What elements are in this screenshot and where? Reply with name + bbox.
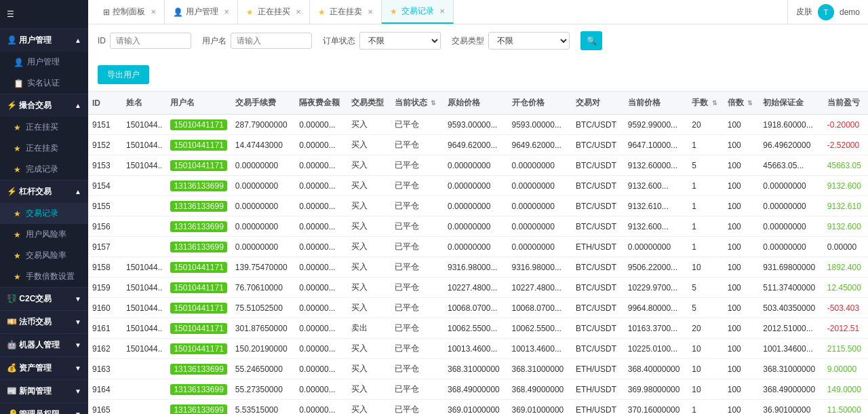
cell-user[interactable]: 15010441171 [166,339,231,359]
filter-username-input[interactable] [231,33,312,49]
sidebar-item-trade-records[interactable]: ★ 交易记录 [0,203,88,224]
username-badge[interactable]: 13136133699 [170,181,226,191]
sidebar-section-title-match-trade[interactable]: ⚡ 撮合交易▲ [0,94,88,117]
cell-id: 9156 [88,217,122,237]
col-header-mult[interactable]: 倍数 ⇅ [724,92,760,115]
username-badge[interactable]: 13136133699 [170,364,226,375]
cell-user[interactable]: 15010441171 [166,318,231,339]
tab-trade-records[interactable]: ★ 交易记录 ✕ [382,0,454,24]
cell-user[interactable]: 15010441171 [166,278,231,298]
cell-fee: 76.70610000 [231,278,296,298]
cell-pair: BTC/USDT [572,115,624,135]
tab-sell-orders[interactable]: ★ 正在挂卖 ✕ [310,0,382,24]
filter-username-group: 用户名 [202,33,312,49]
cell-user[interactable]: 13136133699 [166,176,231,196]
username-badge[interactable]: 13136133699 [170,201,226,212]
search-button[interactable]: 🔍 [580,31,602,50]
tab-dashboard-icon: ⊞ [103,7,110,17]
cell-pair: BTC/USDT [572,135,624,155]
cell-fee: 0.00000000 [231,237,296,257]
tab-dashboard-close[interactable]: ✕ [151,8,156,16]
username-badge[interactable]: 15010441171 [170,303,226,314]
tab-user-manage-label: 用户管理 [186,6,218,18]
sidebar-item-trade-risk[interactable]: ★ 交易风险率 [0,245,88,266]
cell-type: 买入 [347,115,391,135]
cell-user[interactable]: 15010441171 [166,298,231,318]
cell-overnight: 0.00000... [295,359,347,379]
table-row: 9155131361336990.000000000.00000...买入已平仓… [88,196,868,217]
username-display: demo [840,7,860,17]
tab-user-manage[interactable]: 👤 用户管理 ✕ [165,0,238,24]
sidebar-item-sell-orders[interactable]: ★ 正在挂卖 [0,138,88,159]
username-badge[interactable]: 13136133699 [170,384,226,395]
cell-type: 买入 [347,257,391,278]
tab-sell-orders-close[interactable]: ✕ [368,8,373,16]
cell-init-margin: 1001.34600... [759,339,823,359]
cell-overnight: 0.00000... [295,339,347,359]
cell-user[interactable]: 15010441171 [166,257,231,278]
cell-overnight: 0.00000... [295,379,347,400]
cell-init-margin: 511.37400000 [759,278,823,298]
menu-icon[interactable]: ☰ [7,10,14,19]
sidebar-item-user-manage[interactable]: 👤 用户管理 [0,52,88,73]
tab-buy-orders-close[interactable]: ✕ [296,8,301,16]
cell-user[interactable]: 15010441171 [166,155,231,176]
cell-user[interactable]: 15010441171 [166,135,231,155]
tab-buy-orders[interactable]: ★ 正在挂买 ✕ [238,0,310,24]
col-header-curr-price: 当前价格 [624,92,688,115]
cell-user[interactable]: 13136133699 [166,217,231,237]
username-badge[interactable]: 13136133699 [170,242,226,252]
col-header-pair: 交易对 [572,92,624,115]
username-badge[interactable]: 15010441171 [170,282,226,293]
sidebar-section-title-robot[interactable]: 🤖 机器人管理▼ [0,334,88,356]
username-badge[interactable]: 13136133699 [170,404,226,415]
skin-label[interactable]: 皮肤 [796,6,812,18]
cell-status: 已平仓 [391,176,443,196]
sidebar-section-title-user-management[interactable]: 👤 用户管理▲ [0,29,88,52]
sidebar-section-title-leverage-trade[interactable]: ⚡ 杠杆交易▲ [0,181,88,203]
tab-user-manage-close[interactable]: ✕ [224,8,229,16]
sidebar-section-title-fiat[interactable]: 💴 法币交易▼ [0,311,88,333]
sidebar-section-title-news[interactable]: 📰 新闻管理▼ [0,380,88,402]
username-badge[interactable]: 15010441171 [170,262,226,273]
col-header-lots[interactable]: 手数 ⇅ [688,92,724,115]
username-badge[interactable]: 15010441171 [170,119,226,130]
cell-overnight: 0.00000... [295,176,347,196]
username-badge[interactable]: 15010441171 [170,140,226,151]
tabs-container: ⊞ 控制面板 ✕ 👤 用户管理 ✕ ★ 正在挂买 ✕ ★ 正在挂卖 ✕ ★ 交 [95,0,454,24]
cell-curr-price: 10225.0100... [624,339,688,359]
cell-user[interactable]: 13136133699 [166,379,231,400]
cell-type: 买入 [347,359,391,379]
sidebar-item-lots-setting[interactable]: ★ 手数倍数设置 [0,266,88,287]
cell-lots: 1 [688,135,724,155]
cell-user[interactable]: 13136133699 [166,237,231,257]
sidebar-section-title-assets[interactable]: 💰 资产管理▼ [0,357,88,379]
cell-user[interactable]: 13136133699 [166,196,231,217]
cell-fee: 0.00000000 [231,217,296,237]
cell-user[interactable]: 15010441171 [166,115,231,135]
sidebar-section-c2c: 💱 C2C交易▼ [0,288,88,311]
username-badge[interactable]: 15010441171 [170,343,226,354]
filter-trade-type-select[interactable]: 不限 [488,32,570,50]
cell-user[interactable]: 13136133699 [166,359,231,379]
sidebar-item-user-risk[interactable]: ★ 用户风险率 [0,224,88,245]
cell-pnl: 9132.600 [823,176,868,196]
sidebar-section-title-admin[interactable]: 🔑 管理员权限▼ [0,403,88,414]
export-button[interactable]: 导出用户 [98,65,149,84]
cell-name: 1501044.. [122,257,166,278]
sidebar-item-complete-records[interactable]: ★ 完成记录 [0,159,88,180]
col-header-status[interactable]: 当前状态 ⇅ [391,92,443,115]
filter-id-input[interactable] [110,33,191,49]
cell-user[interactable]: 13136133699 [166,400,231,415]
tab-dashboard[interactable]: ⊞ 控制面板 ✕ [95,0,165,24]
username-badge[interactable]: 15010441171 [170,160,226,171]
filter-order-status-select[interactable]: 不限 [359,32,441,50]
sidebar-item-buy-orders[interactable]: ★ 正在挂买 [0,117,88,138]
sidebar-section-title-c2c[interactable]: 💱 C2C交易▼ [0,288,88,310]
tab-trade-records-close[interactable]: ✕ [439,7,445,15]
username-badge[interactable]: 13136133699 [170,221,226,232]
cell-open-price: 10068.0700... [508,298,572,318]
table-row: 91641313613369955.273500000.00000...买入已平… [88,379,868,400]
username-badge[interactable]: 15010441171 [170,323,226,334]
sidebar-item-real-name[interactable]: 📋 实名认证 [0,73,88,94]
